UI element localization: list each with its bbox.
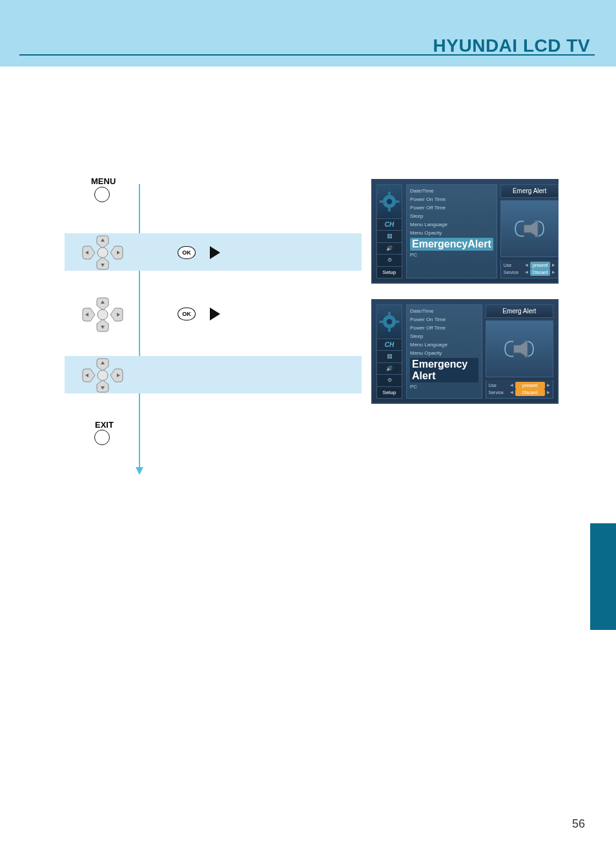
left-arrow-icon: ◀ [525, 269, 528, 276]
right-arrow-icon: ▶ [547, 389, 550, 396]
sidebar-tab: ⚙ [377, 374, 402, 386]
svg-rect-21 [380, 200, 384, 202]
setting-label: Use [489, 382, 508, 389]
osd-screenshot-2: CH 🖼 🔊 ⚙ Setup Date/Time Power On Time P… [371, 299, 559, 404]
svg-point-18 [387, 199, 393, 205]
svg-rect-26 [388, 312, 390, 317]
list-item: Sleep [410, 333, 478, 340]
right-arrow-icon [210, 246, 220, 259]
list-item: Menu Opacity [410, 350, 478, 357]
dpad-icon [80, 357, 125, 396]
setting-row: Use ◀ present ▶ [489, 382, 551, 389]
list-item: Date/Time [410, 187, 493, 195]
list-item: Power Off Time [410, 324, 478, 332]
list-item: Power On Time [410, 196, 493, 204]
sidebar-tab: 🔊 [377, 242, 402, 254]
osd-screenshot-1: CH 🖼 🔊 ⚙ Setup Date/Time Power On Time P… [371, 179, 559, 284]
speaker-icon [500, 200, 559, 257]
right-arrow-icon [210, 308, 220, 320]
gear-icon [377, 305, 402, 339]
list-item-selected: EmergencyAlert [410, 238, 493, 251]
setting-row: Service ◀ Discard ▶ [504, 269, 556, 276]
sidebar-tab: 🖼 [377, 350, 402, 362]
list-item: Menu Language [410, 341, 478, 349]
gear-icon [377, 185, 402, 218]
list-item: Sleep [410, 213, 493, 220]
setting-value: present [530, 262, 551, 269]
svg-rect-29 [395, 320, 400, 322]
page-number: 56 [572, 817, 585, 831]
left-arrow-icon: ◀ [510, 389, 513, 396]
svg-rect-20 [388, 207, 390, 212]
osd-settings: Use ◀ present ▶ Service ◀ Discard ▶ [486, 380, 554, 399]
osd-panel-title: Emerg Alert [500, 184, 559, 198]
svg-point-2 [98, 247, 108, 258]
svg-point-12 [98, 370, 108, 381]
sidebar-tab: Setup [377, 266, 402, 278]
svg-rect-19 [388, 192, 390, 196]
list-item: Menu Opacity [410, 229, 493, 237]
svg-point-7 [98, 309, 108, 320]
osd-sidebar: CH 🖼 🔊 ⚙ Setup [376, 184, 402, 278]
sidebar-tab: 🔊 [377, 362, 402, 374]
svg-rect-27 [388, 328, 390, 332]
dpad-icon [80, 235, 125, 273]
osd-settings: Use ◀ present ▶ Service ◀ Discard ▶ [500, 260, 559, 278]
header-band [0, 0, 616, 67]
osd-menu-list: Date/Time Power On Time Power Off Time S… [406, 184, 497, 278]
svg-marker-1 [136, 467, 143, 475]
svg-point-25 [387, 319, 393, 325]
exit-label: EXIT [95, 420, 114, 430]
side-tab [590, 523, 616, 630]
speaker-icon [486, 320, 554, 377]
list-item: Power Off Time [410, 204, 493, 212]
setting-row: Use ◀ present ▶ [504, 262, 556, 269]
right-arrow-icon: ▶ [547, 382, 550, 389]
sidebar-tab: ⚙ [377, 254, 402, 266]
menu-button-icon [94, 187, 110, 202]
setting-label: Use [504, 262, 523, 269]
setting-row: Service ◀ Discard ▶ [489, 389, 551, 396]
flow-arrow-icon [136, 184, 143, 475]
svg-marker-23 [524, 220, 538, 237]
osd-panel-title: Emerg Alert [486, 304, 554, 318]
ok-button-icon: OK [178, 246, 196, 259]
left-arrow-icon: ◀ [525, 262, 528, 269]
sidebar-tab: CH [377, 339, 402, 350]
right-arrow-icon: ▶ [552, 262, 555, 269]
list-item: Power On Time [410, 316, 478, 324]
osd-sidebar: CH 🖼 🔊 ⚙ Setup [376, 304, 402, 399]
ok-button-icon: OK [178, 308, 196, 320]
sidebar-tab: CH [377, 218, 402, 230]
setting-label: Service [489, 389, 508, 396]
right-arrow-icon: ▶ [552, 269, 555, 276]
sidebar-tab: Setup [377, 386, 402, 398]
page-title: HYUNDAI LCD TV [433, 36, 590, 56]
svg-rect-28 [380, 320, 384, 322]
list-item: Date/Time [410, 308, 478, 315]
osd-menu-list: Date/Time Power On Time Power Off Time S… [406, 304, 482, 399]
svg-marker-30 [514, 340, 528, 357]
list-item: PC [410, 383, 478, 391]
exit-button-icon [94, 430, 110, 445]
setting-value: present [515, 382, 546, 389]
list-item: Menu Language [410, 221, 493, 229]
list-item: PC [410, 251, 493, 259]
menu-label: MENU [91, 176, 116, 186]
list-item-selected: Emergency Alert [410, 358, 478, 382]
sidebar-tab: 🖼 [377, 230, 402, 242]
setting-value: Discard [515, 389, 546, 396]
left-arrow-icon: ◀ [510, 382, 513, 389]
setting-value: Discard [530, 269, 551, 276]
svg-rect-22 [395, 200, 400, 202]
dpad-icon [80, 297, 125, 335]
setting-label: Service [504, 269, 523, 276]
